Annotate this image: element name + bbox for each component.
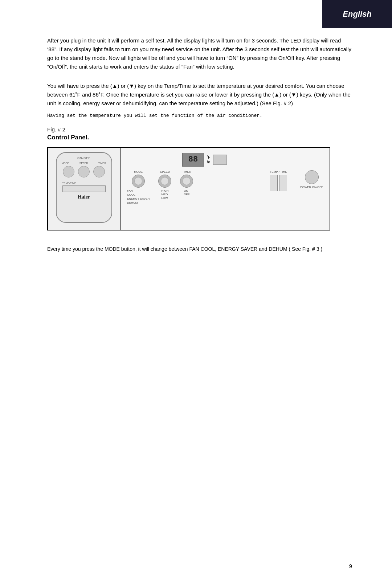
bottom-text: Every time you press the MODE button, it… — [47, 245, 352, 254]
remote-onoff-label: ON/OFF — [77, 156, 90, 160]
timer-control: TIMER ON OFF — [180, 170, 193, 196]
remote-body: ON/OFF MODE SPEED TIMER TEMP/TIME Haier — [56, 152, 112, 223]
remote-brand: Haier — [78, 194, 90, 200]
mode-label: MODE — [134, 170, 143, 173]
power-label: POWER ON/OFF — [300, 185, 323, 189]
temp-time-bars — [270, 175, 287, 191]
timer-circle — [180, 175, 193, 188]
display-timer-box — [213, 155, 227, 165]
hr-label: hr — [207, 160, 210, 164]
intro-para2: You will have to press the (▲) or (▼) ke… — [47, 82, 352, 108]
speed-circle — [158, 175, 171, 188]
power-circle — [305, 170, 319, 184]
control-panel-diagram: ON/OFF MODE SPEED TIMER TEMP/TIME Haier — [47, 147, 330, 230]
display-row: 88 ˚F hr — [127, 153, 323, 167]
fig-label: Fig. # 2 — [47, 126, 352, 132]
on-label: ON — [184, 189, 189, 192]
energy-saver-label: ENERGY SAVER — [127, 197, 150, 200]
off-label: OFF — [184, 193, 189, 196]
remote-temp-bar — [62, 185, 106, 192]
display-units: ˚F hr — [207, 155, 210, 164]
speed-label: SPEED — [160, 170, 170, 173]
low-label: LOW — [161, 196, 168, 200]
remote-temp-section: TEMP/TIME — [60, 182, 109, 192]
fahrenheit-label: ˚F — [207, 155, 210, 159]
mode-circle-inner — [134, 177, 142, 185]
temp-time-label: TEMP / TIME — [270, 170, 287, 173]
fan-label: FAN — [127, 189, 150, 192]
temp-bar-down — [279, 175, 287, 191]
remote-speed-label: SPEED — [79, 162, 88, 164]
remote-speed-btn — [78, 166, 90, 177]
fig-title: Control Panel. — [47, 134, 352, 141]
remote-mode-label: MODE — [62, 162, 69, 164]
speed-circle-inner — [161, 177, 169, 185]
dehum-label: DEHUM — [127, 201, 150, 204]
mode-labels-col: FAN COOL ENERGY SAVER DEHUM — [127, 189, 150, 204]
timer-label: TIMER — [182, 170, 191, 173]
lcd-display: 88 — [182, 153, 204, 167]
cool-label: COOL — [127, 193, 150, 196]
header-label: English — [343, 9, 371, 19]
med-label: MED — [161, 193, 168, 196]
panel-left: ON/OFF MODE SPEED TIMER TEMP/TIME Haier — [48, 148, 121, 230]
remote-timer-label: TIMER — [98, 162, 106, 164]
power-section: POWER ON/OFF — [300, 170, 323, 189]
intro-mono: Having set the temperature you will set … — [47, 112, 352, 120]
remote-temptime-label: TEMP/TIME — [62, 182, 76, 184]
intro-para1: After you plug in the unit it will perfo… — [47, 36, 352, 71]
speed-control: SPEED HIGH MED LOW — [158, 170, 171, 200]
remote-buttons-row — [63, 166, 105, 177]
mode-control: MODE FAN COOL ENERGY SAVER DEHUM — [127, 170, 150, 204]
speed-options: HIGH MED LOW — [161, 189, 168, 200]
remote-middle-labels: MODE SPEED TIMER — [60, 162, 109, 164]
timer-circle-inner — [183, 177, 191, 185]
temp-time-section: TEMP / TIME — [270, 170, 287, 191]
remote-mode-btn — [63, 166, 74, 177]
temp-bar-up — [270, 175, 278, 191]
controls-row: MODE FAN COOL ENERGY SAVER DEHUM SPEED — [127, 170, 323, 225]
panel-right: 88 ˚F hr MODE FAN — [121, 148, 330, 230]
remote-timer-btn — [93, 166, 105, 177]
mode-circle — [132, 175, 145, 188]
high-label: HIGH — [161, 189, 168, 192]
page-number: 9 — [349, 563, 352, 569]
timer-options: ON OFF — [184, 189, 189, 196]
header-bar: English — [322, 0, 392, 28]
